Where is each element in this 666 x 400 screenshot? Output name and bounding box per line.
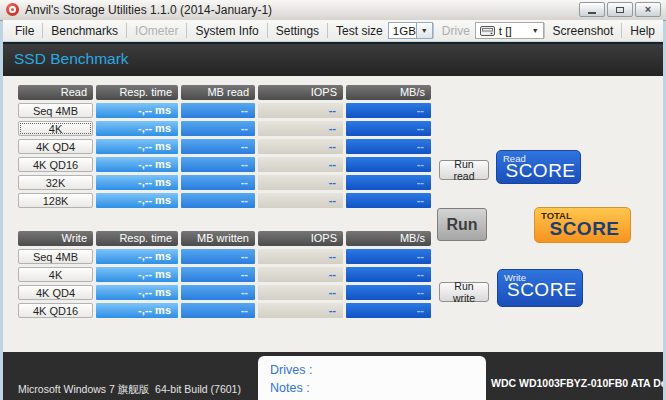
- iops-cell: --: [258, 303, 343, 318]
- run-read-button[interactable]: Run read: [439, 160, 489, 180]
- menu-item-benchmarks[interactable]: Benchmarks: [43, 22, 126, 40]
- chevron-down-icon: ▼: [421, 27, 428, 34]
- resp-time-header: Resp. time: [96, 85, 178, 100]
- read-row-128k[interactable]: 128K: [18, 193, 93, 208]
- menu-item-file[interactable]: File: [7, 22, 42, 40]
- mbs-cell: --: [346, 285, 431, 300]
- mb-read-cell: --: [181, 175, 255, 190]
- menu-item-iometer: IOmeter: [127, 22, 186, 40]
- total-score-value: SCORE: [543, 218, 626, 240]
- device-name: WDC WD1003FBYZ-010FB0 ATA Device: [491, 378, 663, 390]
- resp-time-cell: -,-- ms: [96, 157, 178, 172]
- write-score-box: Write SCORE: [497, 269, 583, 307]
- page-title: SSD Benchmark: [14, 50, 129, 68]
- mb-written-cell: --: [181, 285, 255, 300]
- window-controls: ×: [579, 2, 661, 17]
- read-score-box: Read SCORE: [496, 150, 581, 184]
- resp-time-header: Resp. time: [96, 231, 178, 246]
- window-title: Anvil's Storage Utilities 1.1.0 (2014-Ja…: [25, 3, 272, 17]
- menu-item-help[interactable]: Help: [622, 22, 663, 40]
- mb-written-cell: --: [181, 267, 255, 282]
- write-row-seq4mb[interactable]: Seq 4MB: [18, 249, 93, 264]
- chevron-down-icon: ▼: [532, 27, 539, 34]
- iops-cell: --: [258, 139, 343, 154]
- test-size-dropdown-button[interactable]: ▼: [416, 23, 432, 38]
- run-write-button[interactable]: Run write: [439, 282, 489, 302]
- os-line: Microsoft Windows 7 旗舰版 64-bit Build (76…: [18, 383, 259, 396]
- benchmark-header: SSD Benchmark WDC WD1003FBYZ-010FB0 ATA …: [3, 42, 663, 76]
- write-row-4kqd4[interactable]: 4K QD4: [18, 285, 93, 300]
- menu-item-settings[interactable]: Settings: [268, 22, 327, 40]
- maximize-button[interactable]: [607, 2, 633, 17]
- mbs-cell: --: [346, 175, 431, 190]
- mbs-cell: --: [346, 139, 431, 154]
- drive-value: t []: [499, 25, 528, 37]
- iops-cell: --: [258, 175, 343, 190]
- notes-label: Notes :: [270, 379, 486, 397]
- maximize-icon: [616, 7, 624, 13]
- run-button[interactable]: Run: [437, 208, 487, 241]
- mbs-cell: --: [346, 193, 431, 208]
- mb-read-cell: --: [181, 121, 255, 136]
- mb-read-cell: --: [181, 139, 255, 154]
- drives-label: Drives :: [270, 361, 486, 379]
- mbs-cell: --: [346, 267, 431, 282]
- status-footer: Microsoft Windows 7 旗舰版 64-bit Build (76…: [3, 352, 663, 400]
- close-icon: ×: [645, 4, 651, 15]
- read-row-seq4mb[interactable]: Seq 4MB: [18, 103, 93, 118]
- mb-read-header: MB read: [181, 85, 255, 100]
- menu-item-screenshot[interactable]: Screenshot: [545, 22, 622, 40]
- mbs-header: MB/s: [346, 231, 431, 246]
- iops-cell: --: [258, 121, 343, 136]
- minimize-icon: [588, 12, 596, 14]
- menu-bar: File Benchmarks IOmeter System Info Sett…: [3, 20, 663, 42]
- mbs-cell: --: [346, 303, 431, 318]
- iops-cell: --: [258, 285, 343, 300]
- read-score-value: SCORE: [505, 160, 576, 182]
- system-info-block: Microsoft Windows 7 旗舰版 64-bit Build (76…: [18, 357, 259, 400]
- close-button[interactable]: ×: [635, 2, 661, 17]
- resp-time-cell: -,-- ms: [96, 139, 178, 154]
- mb-read-cell: --: [181, 157, 255, 172]
- read-header: Read: [18, 85, 93, 100]
- total-score-box: TOTAL SCORE: [534, 207, 631, 243]
- resp-time-cell: -,-- ms: [96, 267, 178, 282]
- mb-written-cell: --: [181, 303, 255, 318]
- read-row-4kqd16[interactable]: 4K QD16: [18, 157, 93, 172]
- iops-header: IOPS: [258, 85, 343, 100]
- menu-item-system-info[interactable]: System Info: [187, 22, 266, 40]
- resp-time-cell: -,-- ms: [96, 121, 178, 136]
- mb-written-cell: --: [181, 249, 255, 264]
- device-info-block: WDC WD1003FBYZ-010FB0 ATA Device Drive F…: [491, 355, 663, 400]
- drives-notes-panel: Drives : Notes :: [258, 356, 486, 400]
- resp-time-cell: -,-- ms: [96, 285, 178, 300]
- mbs-cell: --: [346, 103, 431, 118]
- mbs-cell: --: [346, 157, 431, 172]
- title-bar: Anvil's Storage Utilities 1.1.0 (2014-Ja…: [0, 0, 666, 21]
- mbs-cell: --: [346, 121, 431, 136]
- minimize-button[interactable]: [579, 2, 605, 17]
- iops-cell: --: [258, 103, 343, 118]
- write-row-4k[interactable]: 4K: [18, 267, 93, 282]
- test-size-value: 1GB: [389, 25, 416, 37]
- app-icon: [6, 3, 19, 16]
- write-row-4kqd16[interactable]: 4K QD16: [18, 303, 93, 318]
- read-row-32k[interactable]: 32K: [18, 175, 93, 190]
- read-row-4kqd4[interactable]: 4K QD4: [18, 139, 93, 154]
- read-row-4k[interactable]: 4K: [18, 121, 93, 136]
- resp-time-cell: -,-- ms: [96, 249, 178, 264]
- mb-written-header: MB written: [181, 231, 255, 246]
- test-size-select[interactable]: 1GB ▼: [388, 22, 433, 39]
- benchmark-panel: Read Resp. time MB read IOPS MB/s Seq 4M…: [3, 76, 663, 352]
- mbs-header: MB/s: [346, 85, 431, 100]
- write-header: Write: [18, 231, 93, 246]
- resp-time-cell: -,-- ms: [96, 175, 178, 190]
- drive-icon: [480, 26, 495, 36]
- resp-time-cell: -,-- ms: [96, 303, 178, 318]
- drive-select[interactable]: t [] ▼: [475, 22, 544, 39]
- write-table: Write Resp. time MB written IOPS MB/s Se…: [18, 231, 431, 318]
- iops-cell: --: [258, 249, 343, 264]
- write-score-value: SCORE: [506, 279, 578, 301]
- drive-label: Drive: [434, 24, 475, 38]
- app-window: Anvil's Storage Utilities 1.1.0 (2014-Ja…: [0, 0, 666, 400]
